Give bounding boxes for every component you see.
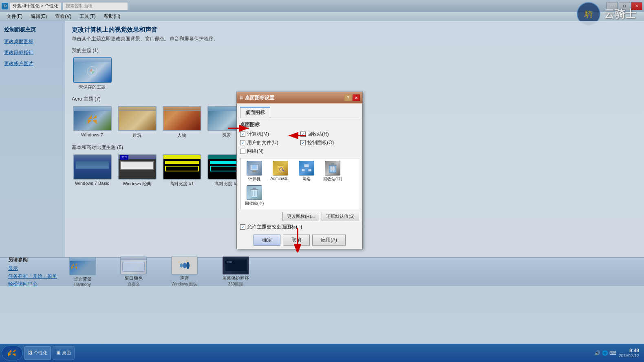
dialog-icon-buttons: 更改图标(H)... 还原默认值(S) [240,212,359,221]
svg-rect-11 [252,171,257,172]
checkbox-userfiles[interactable]: ✓ 用户的文件(U) [240,139,299,146]
svg-line-21 [307,167,310,169]
svg-rect-28 [250,189,258,190]
checkbox-network-box[interactable] [240,149,245,154]
checkbox-userfiles-box[interactable]: ✓ [240,140,245,145]
icon-recycle-empty-label: 回收站(空) [245,201,264,206]
checkbox-grid: ✓ 计算机(M) ✓ 回收站(R) ✓ 用户的文件(U) ✓ 控制面板(O) 网… [240,131,359,155]
icon-recycle-empty[interactable]: 回收站(空) [243,185,266,206]
svg-rect-13 [278,165,283,166]
allow-themes-checkbox[interactable]: ✓ [240,224,245,230]
allow-themes-label: 允许主题更改桌面图标(T) [247,224,302,230]
checkbox-computer-box[interactable]: ✓ [240,132,245,137]
dialog-ok-btn[interactable]: 确定 [254,235,280,246]
dialog-action-buttons: 确定 取消 应用(A) [240,235,359,246]
svg-rect-23 [331,163,334,165]
checkbox-computer-label: 计算机(M) [247,131,269,138]
dialog-cancel-btn[interactable]: 取消 [283,235,310,246]
icon-recycle-full[interactable]: 回收站(满) [321,161,344,182]
svg-rect-18 [302,169,305,171]
checkbox-network[interactable]: 网络(N) [240,148,299,155]
dialog-close-button[interactable]: ✕ [353,94,360,101]
dialog-tab-desktop-icons[interactable]: 桌面图标 [240,107,270,118]
icon-network-label: 网络 [302,176,311,182]
dialog-section-title: 桌面图标 [240,121,359,128]
checkbox-controlpanel[interactable]: ✓ 控制面板(O) [300,139,359,146]
checkbox-recycle-box[interactable]: ✓ [300,132,306,137]
checkbox-recycle[interactable]: ✓ 回收站(R) [300,131,359,138]
svg-rect-19 [308,169,311,171]
checkbox-userfiles-label: 用户的文件(U) [247,139,278,146]
checkbox-network-label: 网络(N) [247,148,264,155]
svg-line-20 [303,167,307,169]
dialog-apply-btn[interactable]: 应用(A) [312,235,346,246]
checkbox-recycle-label: 回收站(R) [307,131,329,138]
desktop-icon-dialog: 🖥 桌面图标设置 ? ✕ 桌面图标 桌面图标 ✓ 计算机(M) ✓ 回收站(R)… [236,92,363,249]
icon-computer-label: 计算机 [248,176,260,182]
restore-default-btn[interactable]: 还原默认值(S) [322,212,359,221]
svg-rect-14 [278,167,283,167]
dialog-body: 桌面图标 桌面图标 ✓ 计算机(M) ✓ 回收站(R) ✓ 用户的文件(U) ✓… [237,103,362,249]
icon-recycle-full-label: 回收站(满) [323,176,342,182]
dialog-allow-themes[interactable]: ✓ 允许主题更改桌面图标(T) [240,224,359,230]
icon-computer[interactable]: 计算机 [243,161,266,182]
dialog-help-btn[interactable]: ? [344,94,352,101]
icon-admin-label: Administr... [270,176,290,181]
icon-network[interactable]: 网络 [295,161,318,182]
svg-rect-27 [331,167,335,171]
icon-display: 计算机 Administr... [240,158,359,209]
change-icon-btn[interactable]: 更改图标(H)... [282,212,319,221]
checkbox-controlpanel-box[interactable]: ✓ [300,140,306,145]
dialog-title-text: 桌面图标设置 [245,94,274,101]
icon-admin[interactable]: Administr... [269,161,292,181]
dialog-tabs: 桌面图标 [240,107,359,118]
svg-rect-22 [329,165,337,166]
svg-rect-9 [252,165,257,169]
svg-rect-29 [253,188,256,189]
checkbox-controlpanel-label: 控制面板(O) [307,139,334,146]
dialog-title-bar[interactable]: 🖥 桌面图标设置 ? ✕ [237,92,362,103]
svg-rect-17 [304,164,309,167]
checkbox-computer[interactable]: ✓ 计算机(M) [240,131,299,138]
svg-rect-10 [253,170,256,171]
